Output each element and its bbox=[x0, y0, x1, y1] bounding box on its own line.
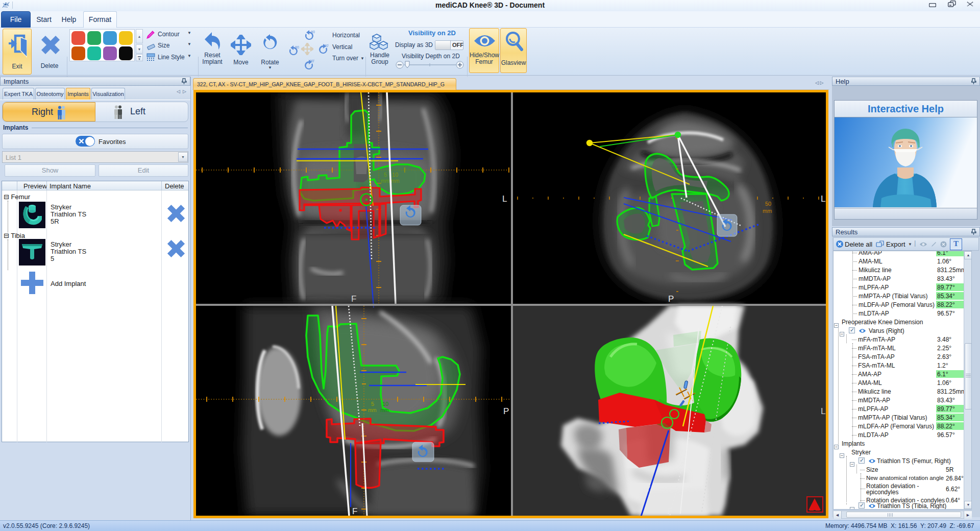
svg-text:5: 5 bbox=[371, 401, 374, 407]
svg-text:mm: mm bbox=[763, 208, 772, 214]
svg-text:L: L bbox=[502, 194, 507, 204]
svg-text:P: P bbox=[503, 406, 509, 416]
svg-text:P: P bbox=[668, 294, 674, 304]
svg-text:10: 10 bbox=[382, 401, 388, 407]
svg-text:90°: 90° bbox=[310, 59, 314, 63]
svg-text:F: F bbox=[352, 506, 357, 516]
svg-text:mm: mm bbox=[380, 407, 389, 413]
svg-text:mm: mm bbox=[368, 407, 377, 413]
svg-text:90°: 90° bbox=[295, 45, 299, 49]
svg-text:F: F bbox=[351, 294, 356, 304]
svg-text:90°: 90° bbox=[311, 30, 315, 34]
svg-text:L: L bbox=[821, 194, 825, 204]
svg-text:50: 50 bbox=[765, 201, 771, 207]
svg-text:90°: 90° bbox=[324, 44, 329, 47]
svg-text:L: L bbox=[821, 406, 825, 416]
svg-text:F: F bbox=[667, 506, 672, 516]
